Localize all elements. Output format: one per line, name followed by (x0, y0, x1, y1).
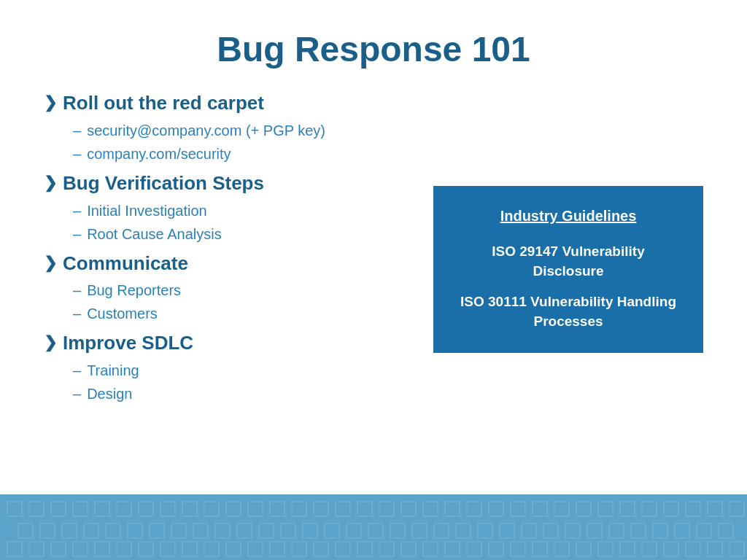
bullet-main-text-4: Improve SDLC (63, 331, 193, 356)
slide: Bug Response 101 ❯ Roll out the red carp… (0, 0, 747, 560)
slide-content: Bug Response 101 ❯ Roll out the red carp… (0, 0, 747, 494)
sub-bullet-2-2: Root Cause Analysis (73, 222, 419, 246)
sub-bullet-3-1: Bug Reporters (73, 279, 419, 302)
chevron-icon-4: ❯ (44, 332, 57, 354)
bullet-main-text-3: Communicate (63, 252, 188, 276)
sub-bullet-4-1: Training (73, 359, 419, 382)
chevron-icon-2: ❯ (44, 173, 57, 194)
industry-item-2: ISO 30111 Vulnerability Handling Process… (455, 292, 681, 331)
bullet-main-text-1: Roll out the red carpet (63, 91, 264, 116)
bullet-item-4: ❯ Improve SDLC Training Design (44, 331, 419, 405)
bullet-item-3: ❯ Communicate Bug Reporters Customers (44, 252, 419, 326)
sub-bullet-4-2: Design (73, 382, 419, 405)
sub-bullet-1-2: company.com/security (73, 142, 419, 166)
footer-wave (0, 494, 747, 560)
industry-item-1: ISO 29147 Vulnerability Disclosure (455, 242, 681, 281)
industry-guidelines-title: Industry Guidelines (500, 208, 637, 225)
bullet-item-2: ❯ Bug Verification Steps Initial Investi… (44, 171, 419, 246)
industry-guidelines-box: Industry Guidelines ISO 29147 Vulnerabil… (433, 186, 703, 353)
sub-bullet-1-1: security@company.com (+ PGP key) (73, 119, 419, 142)
chevron-icon-1: ❯ (44, 93, 57, 114)
bullet-item-1: ❯ Roll out the red carpet security@compa… (44, 91, 419, 166)
sub-bullets-3: Bug Reporters Customers (73, 279, 419, 325)
bullet-main-2: ❯ Bug Verification Steps (44, 171, 419, 196)
bullet-main-3: ❯ Communicate (44, 252, 419, 276)
sub-bullets-1: security@company.com (+ PGP key) company… (73, 119, 419, 166)
right-column: Industry Guidelines ISO 29147 Vulnerabil… (433, 91, 703, 411)
sub-bullet-2-1: Initial Investigation (73, 199, 419, 222)
left-column: ❯ Roll out the red carpet security@compa… (44, 91, 419, 411)
slide-title: Bug Response 101 (44, 22, 703, 69)
sub-bullets-4: Training Design (73, 359, 419, 405)
bullet-main-4: ❯ Improve SDLC (44, 331, 419, 356)
sub-bullet-3-2: Customers (73, 302, 419, 325)
sub-bullets-2: Initial Investigation Root Cause Analysi… (73, 199, 419, 246)
bullet-main-1: ❯ Roll out the red carpet (44, 91, 419, 116)
main-body: ❯ Roll out the red carpet security@compa… (44, 91, 703, 411)
bullet-main-text-2: Bug Verification Steps (63, 171, 264, 196)
chevron-icon-3: ❯ (44, 253, 57, 274)
